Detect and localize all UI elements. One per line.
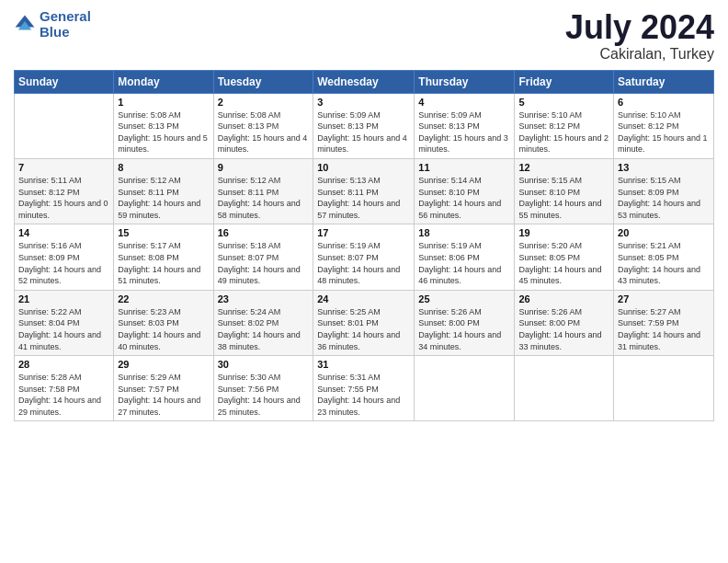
day-cell: 27Sunrise: 5:27 AM Sunset: 7:59 PM Dayli…: [614, 290, 714, 355]
col-tuesday: Tuesday: [213, 70, 313, 93]
day-cell: 9Sunrise: 5:12 AM Sunset: 8:11 PM Daylig…: [213, 158, 313, 224]
day-info: Sunrise: 5:14 AM Sunset: 8:10 PM Dayligh…: [418, 175, 510, 221]
day-cell: 18Sunrise: 5:19 AM Sunset: 8:06 PM Dayli…: [415, 224, 515, 290]
day-info: Sunrise: 5:24 AM Sunset: 8:02 PM Dayligh…: [218, 306, 310, 352]
day-number: 12: [518, 162, 609, 173]
week-row-2: 7Sunrise: 5:11 AM Sunset: 8:12 PM Daylig…: [15, 158, 714, 224]
day-info: Sunrise: 5:10 AM Sunset: 8:12 PM Dayligh…: [518, 109, 609, 155]
day-info: Sunrise: 5:18 AM Sunset: 8:07 PM Dayligh…: [218, 240, 310, 286]
week-row-3: 14Sunrise: 5:16 AM Sunset: 8:09 PM Dayli…: [15, 224, 714, 290]
day-number: 29: [118, 359, 209, 370]
day-info: Sunrise: 5:30 AM Sunset: 7:56 PM Dayligh…: [218, 372, 310, 418]
day-info: Sunrise: 5:19 AM Sunset: 8:06 PM Dayligh…: [418, 240, 510, 286]
day-cell: 22Sunrise: 5:23 AM Sunset: 8:03 PM Dayli…: [114, 290, 213, 355]
day-info: Sunrise: 5:20 AM Sunset: 8:05 PM Dayligh…: [518, 240, 609, 286]
day-cell: [15, 93, 114, 158]
day-number: 10: [317, 162, 410, 173]
day-info: Sunrise: 5:13 AM Sunset: 8:11 PM Dayligh…: [317, 175, 410, 221]
day-cell: 17Sunrise: 5:19 AM Sunset: 8:07 PM Dayli…: [313, 224, 415, 290]
title-block: July 2024 Cakiralan, Turkey: [565, 9, 714, 63]
day-number: 11: [418, 162, 510, 173]
col-friday: Friday: [515, 70, 614, 93]
week-row-5: 28Sunrise: 5:28 AM Sunset: 7:58 PM Dayli…: [15, 356, 714, 421]
day-number: 3: [317, 97, 410, 108]
day-cell: 1Sunrise: 5:08 AM Sunset: 8:13 PM Daylig…: [114, 93, 213, 158]
day-number: 9: [218, 162, 310, 173]
day-number: 14: [18, 227, 109, 238]
day-info: Sunrise: 5:11 AM Sunset: 8:12 PM Dayligh…: [18, 175, 109, 221]
day-info: Sunrise: 5:08 AM Sunset: 8:13 PM Dayligh…: [218, 109, 310, 155]
day-info: Sunrise: 5:26 AM Sunset: 8:00 PM Dayligh…: [518, 306, 609, 352]
day-number: 1: [118, 97, 209, 108]
day-cell: 21Sunrise: 5:22 AM Sunset: 8:04 PM Dayli…: [15, 290, 114, 355]
day-info: Sunrise: 5:09 AM Sunset: 8:13 PM Dayligh…: [317, 109, 410, 155]
logo-icon: [14, 14, 36, 36]
header-row: Sunday Monday Tuesday Wednesday Thursday…: [15, 70, 714, 93]
day-number: 13: [618, 162, 710, 173]
day-cell: 4Sunrise: 5:09 AM Sunset: 8:13 PM Daylig…: [415, 93, 515, 158]
day-info: Sunrise: 5:12 AM Sunset: 8:11 PM Dayligh…: [118, 175, 209, 221]
day-cell: 16Sunrise: 5:18 AM Sunset: 8:07 PM Dayli…: [213, 224, 313, 290]
day-info: Sunrise: 5:19 AM Sunset: 8:07 PM Dayligh…: [317, 240, 410, 286]
day-info: Sunrise: 5:28 AM Sunset: 7:58 PM Dayligh…: [18, 372, 109, 418]
logo: General Blue: [14, 9, 91, 40]
day-cell: 12Sunrise: 5:15 AM Sunset: 8:10 PM Dayli…: [515, 158, 614, 224]
day-cell: 20Sunrise: 5:21 AM Sunset: 8:05 PM Dayli…: [614, 224, 714, 290]
day-number: 22: [118, 293, 209, 304]
day-cell: 24Sunrise: 5:25 AM Sunset: 8:01 PM Dayli…: [313, 290, 415, 355]
header: General Blue July 2024 Cakiralan, Turkey: [14, 9, 714, 63]
day-info: Sunrise: 5:09 AM Sunset: 8:13 PM Dayligh…: [418, 109, 510, 155]
day-number: 28: [18, 359, 109, 370]
day-number: 6: [618, 97, 710, 108]
week-row-1: 1Sunrise: 5:08 AM Sunset: 8:13 PM Daylig…: [15, 93, 714, 158]
day-cell: 11Sunrise: 5:14 AM Sunset: 8:10 PM Dayli…: [415, 158, 515, 224]
day-info: Sunrise: 5:21 AM Sunset: 8:05 PM Dayligh…: [618, 240, 710, 286]
day-cell: 25Sunrise: 5:26 AM Sunset: 8:00 PM Dayli…: [415, 290, 515, 355]
day-cell: 3Sunrise: 5:09 AM Sunset: 8:13 PM Daylig…: [313, 93, 415, 158]
calendar: Sunday Monday Tuesday Wednesday Thursday…: [14, 70, 714, 422]
day-number: 26: [518, 293, 609, 304]
day-number: 16: [218, 227, 310, 238]
day-info: Sunrise: 5:16 AM Sunset: 8:09 PM Dayligh…: [18, 240, 109, 286]
day-number: 27: [618, 293, 710, 304]
day-info: Sunrise: 5:22 AM Sunset: 8:04 PM Dayligh…: [18, 306, 109, 352]
day-info: Sunrise: 5:17 AM Sunset: 8:08 PM Dayligh…: [118, 240, 209, 286]
col-wednesday: Wednesday: [313, 70, 415, 93]
day-number: 7: [18, 162, 109, 173]
day-cell: 28Sunrise: 5:28 AM Sunset: 7:58 PM Dayli…: [15, 356, 114, 421]
day-cell: 10Sunrise: 5:13 AM Sunset: 8:11 PM Dayli…: [313, 158, 415, 224]
day-cell: 26Sunrise: 5:26 AM Sunset: 8:00 PM Dayli…: [515, 290, 614, 355]
day-info: Sunrise: 5:29 AM Sunset: 7:57 PM Dayligh…: [118, 372, 209, 418]
day-info: Sunrise: 5:08 AM Sunset: 8:13 PM Dayligh…: [118, 109, 209, 155]
day-info: Sunrise: 5:10 AM Sunset: 8:12 PM Dayligh…: [618, 109, 710, 155]
day-info: Sunrise: 5:25 AM Sunset: 8:01 PM Dayligh…: [317, 306, 410, 352]
day-cell: 23Sunrise: 5:24 AM Sunset: 8:02 PM Dayli…: [213, 290, 313, 355]
day-number: 24: [317, 293, 410, 304]
day-cell: 30Sunrise: 5:30 AM Sunset: 7:56 PM Dayli…: [213, 356, 313, 421]
day-info: Sunrise: 5:27 AM Sunset: 7:59 PM Dayligh…: [618, 306, 710, 352]
subtitle: Cakiralan, Turkey: [565, 46, 714, 63]
col-sunday: Sunday: [15, 70, 114, 93]
day-number: 17: [317, 227, 410, 238]
day-cell: 5Sunrise: 5:10 AM Sunset: 8:12 PM Daylig…: [515, 93, 614, 158]
day-info: Sunrise: 5:23 AM Sunset: 8:03 PM Dayligh…: [118, 306, 209, 352]
day-info: Sunrise: 5:15 AM Sunset: 8:09 PM Dayligh…: [618, 175, 710, 221]
day-cell: [515, 356, 614, 421]
day-number: 25: [418, 293, 510, 304]
day-number: 19: [518, 227, 609, 238]
day-cell: 6Sunrise: 5:10 AM Sunset: 8:12 PM Daylig…: [614, 93, 714, 158]
day-number: 18: [418, 227, 510, 238]
day-cell: 8Sunrise: 5:12 AM Sunset: 8:11 PM Daylig…: [114, 158, 213, 224]
day-cell: [614, 356, 714, 421]
col-saturday: Saturday: [614, 70, 714, 93]
day-info: Sunrise: 5:12 AM Sunset: 8:11 PM Dayligh…: [218, 175, 310, 221]
main-title: July 2024: [565, 9, 714, 46]
day-number: 30: [218, 359, 310, 370]
day-number: 8: [118, 162, 209, 173]
week-row-4: 21Sunrise: 5:22 AM Sunset: 8:04 PM Dayli…: [15, 290, 714, 355]
day-info: Sunrise: 5:15 AM Sunset: 8:10 PM Dayligh…: [518, 175, 609, 221]
col-monday: Monday: [114, 70, 213, 93]
day-cell: 14Sunrise: 5:16 AM Sunset: 8:09 PM Dayli…: [15, 224, 114, 290]
logo-text: General Blue: [40, 9, 91, 40]
day-number: 15: [118, 227, 209, 238]
